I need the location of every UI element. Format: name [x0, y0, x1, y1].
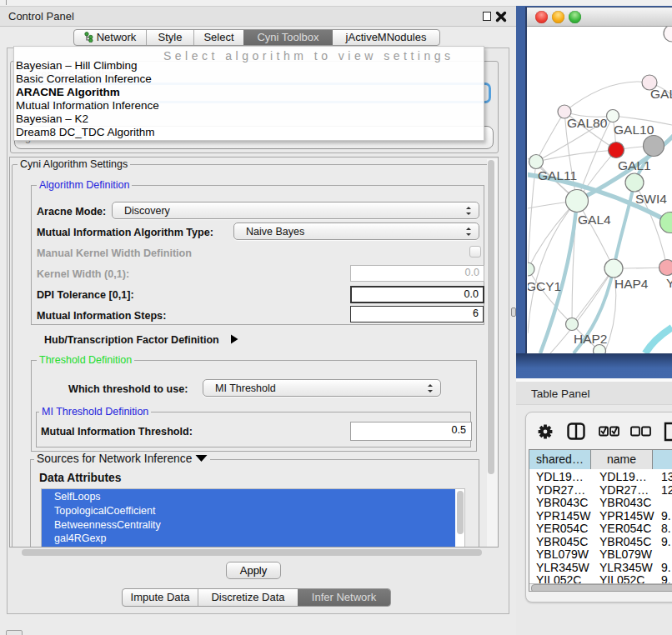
svg-text:HAP2: HAP2	[574, 332, 608, 346]
svg-text:GAL4: GAL4	[578, 212, 611, 227]
svg-text:Y: Y	[666, 276, 672, 290]
svg-text:GCY1: GCY1	[528, 279, 561, 293]
svg-text:GAL80: GAL80	[567, 116, 608, 130]
svg-text:GAL10: GAL10	[614, 122, 654, 137]
svg-text:SWI4: SWI4	[635, 192, 667, 206]
svg-text:HAP4: HAP4	[614, 277, 649, 291]
svg-text:GAL1: GAL1	[618, 158, 651, 172]
svg-text:GAL7: GAL7	[650, 87, 672, 101]
svg-text:GAL11: GAL11	[538, 168, 577, 182]
